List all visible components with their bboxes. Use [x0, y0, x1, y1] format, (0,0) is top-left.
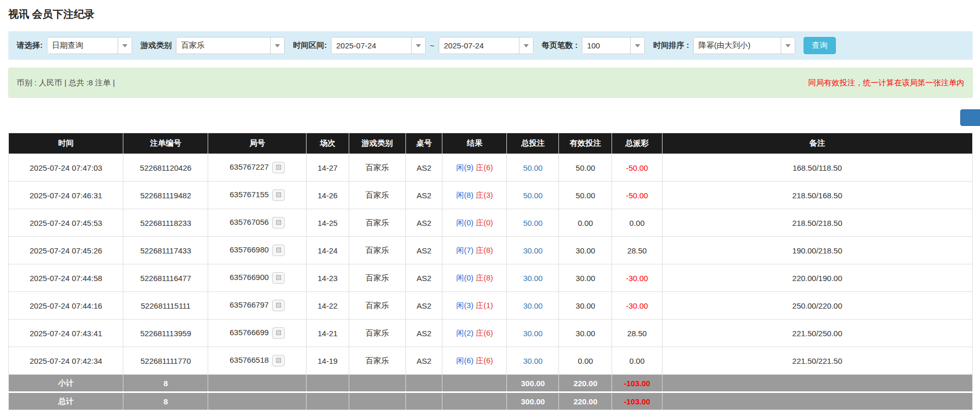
valid-bet-cell: 50.00 — [559, 154, 612, 182]
result-player: 闲(0) — [456, 218, 473, 227]
time-cell: 2025-07-24 07:46:31 — [9, 182, 123, 209]
total-bet-link[interactable]: 30.00 — [523, 246, 543, 255]
chevron-down-icon — [785, 44, 791, 47]
chevron-down-icon — [275, 44, 280, 47]
session-cell: 14-21 — [307, 320, 349, 347]
game-type-cell: 百家乐 — [349, 154, 405, 182]
search-button[interactable]: 查询 — [804, 37, 836, 54]
round-id: 635766518 — [230, 355, 269, 364]
total-bet-link[interactable]: 50.00 — [523, 163, 543, 172]
session-cell: 14-27 — [307, 154, 349, 182]
page-size-dropdown-button[interactable] — [630, 37, 644, 54]
footer-empty-cell — [442, 375, 507, 392]
valid-bet-cell: 30.00 — [559, 320, 612, 347]
game-result-image-icon[interactable]: ⚄ — [272, 355, 285, 366]
table-no-cell: AS2 — [405, 237, 442, 264]
session-cell: 14-25 — [307, 209, 349, 237]
query-type-dropdown-button[interactable] — [118, 37, 132, 54]
game-type-cell: 百家乐 — [349, 209, 405, 237]
game-type-cell: 百家乐 — [349, 320, 405, 347]
sort-order-dropdown-button[interactable] — [781, 37, 795, 54]
round-id: 635766699 — [230, 328, 269, 337]
game-result-image-icon[interactable]: ⚄ — [272, 217, 285, 228]
table-header-row: 时间注单编号局号场次游戏类别桌号结果总投注有效投注总派彩备注 — [9, 133, 973, 154]
total-bet-link[interactable]: 30.00 — [523, 357, 543, 365]
game-result-image-icon[interactable]: ⚄ — [272, 327, 285, 339]
toolbar-row — [8, 109, 973, 126]
game-result-image-icon[interactable]: ⚄ — [272, 300, 285, 311]
table-no-cell: AS2 — [405, 320, 442, 347]
payout-cell: -50.00 — [612, 182, 662, 209]
table-body: 2025-07-24 07:47:03 522681120426 6357672… — [9, 154, 973, 375]
total-bet-cell: 30.00 — [507, 320, 559, 347]
column-header: 有效投注 — [559, 133, 612, 154]
payout-cell: 28.50 — [612, 320, 662, 347]
chevron-down-icon — [416, 44, 421, 47]
game-result-image-icon[interactable]: ⚄ — [272, 272, 285, 284]
payout-cell: -50.00 — [612, 154, 662, 182]
subtotal-payout: -103.00 — [612, 375, 662, 392]
time-cell: 2025-07-24 07:44:58 — [9, 264, 123, 292]
export-button[interactable] — [960, 109, 980, 126]
date-to-dropdown-button[interactable] — [519, 37, 533, 54]
valid-bet-cell: 0.00 — [559, 347, 612, 375]
round-id: 635766980 — [230, 245, 269, 254]
chevron-down-icon — [122, 44, 128, 47]
time-cell: 2025-07-24 07:47:03 — [9, 154, 123, 182]
result-banker: 庄(0) — [476, 218, 493, 227]
game-type-dropdown-button[interactable] — [270, 37, 284, 54]
bet-id-cell: 522681117433 — [123, 237, 208, 264]
game-result-image-icon[interactable]: ⚄ — [272, 245, 285, 256]
sort-order-combobox — [693, 37, 795, 54]
time-cell: 2025-07-24 07:44:16 — [9, 292, 123, 320]
subtotal-row: 小计 8 300.00 220.00 -103.00 — [9, 375, 973, 392]
query-type-input[interactable] — [47, 37, 118, 54]
date-from-dropdown-button[interactable] — [411, 37, 425, 54]
table-no-cell: AS2 — [405, 264, 442, 292]
game-type-input[interactable] — [176, 37, 270, 54]
date-to-input[interactable] — [439, 37, 519, 54]
game-result-image-icon[interactable]: ⚄ — [272, 162, 285, 173]
footer-empty-cell — [442, 392, 507, 410]
total-bet-link[interactable]: 50.00 — [523, 191, 543, 200]
result-player: 闲(3) — [456, 301, 473, 310]
table-row: 2025-07-24 07:46:31 522681119482 6357671… — [9, 182, 973, 209]
game-type-combobox — [176, 37, 285, 54]
remark-cell: 221.50/250.00 — [662, 320, 972, 347]
bet-id-cell: 522681111770 — [123, 347, 208, 375]
result-banker: 庄(1) — [476, 301, 493, 310]
time-cell: 2025-07-24 07:45:26 — [9, 237, 123, 264]
table-row: 2025-07-24 07:44:16 522681115111 6357667… — [9, 292, 973, 320]
table-row: 2025-07-24 07:45:26 522681117433 6357669… — [9, 237, 973, 264]
result-banker: 庄(6) — [476, 356, 493, 365]
sort-order-input[interactable] — [694, 37, 781, 54]
game-result-image-icon[interactable]: ⚄ — [272, 189, 285, 201]
bet-id-cell: 522681116477 — [123, 264, 208, 292]
footer-empty-cell — [349, 375, 405, 392]
footer-empty-cell — [307, 392, 349, 410]
column-header: 桌号 — [405, 133, 442, 154]
session-cell: 14-19 — [307, 347, 349, 375]
bet-id-cell: 522681115111 — [123, 292, 208, 320]
total-valid-bet: 220.00 — [559, 392, 612, 410]
valid-bet-cell: 30.00 — [559, 292, 612, 320]
page-size-input[interactable] — [582, 37, 630, 54]
date-from-input[interactable] — [332, 37, 411, 54]
round-cell: 635766980⚄ — [208, 237, 307, 264]
result-banker: 庄(6) — [476, 328, 493, 337]
column-header: 游戏类别 — [349, 133, 405, 154]
total-bet-link[interactable]: 30.00 — [523, 274, 543, 283]
total-bet-link[interactable]: 30.00 — [523, 301, 543, 310]
total-bet-link[interactable]: 50.00 — [523, 219, 543, 227]
total-count: 8 — [123, 392, 208, 410]
footer-empty-cell — [208, 392, 307, 410]
subtotal-total-bet: 300.00 — [507, 375, 559, 392]
game-type-cell: 百家乐 — [349, 347, 405, 375]
total-bet-cell: 50.00 — [507, 209, 559, 237]
valid-bet-cell: 30.00 — [559, 264, 612, 292]
total-bet-link[interactable]: 30.00 — [523, 329, 543, 338]
remark-cell: 218.50/168.50 — [662, 182, 972, 209]
footer-empty-cell — [405, 392, 442, 410]
total-bet-cell: 30.00 — [507, 347, 559, 375]
valid-bet-cell: 0.00 — [559, 209, 612, 237]
